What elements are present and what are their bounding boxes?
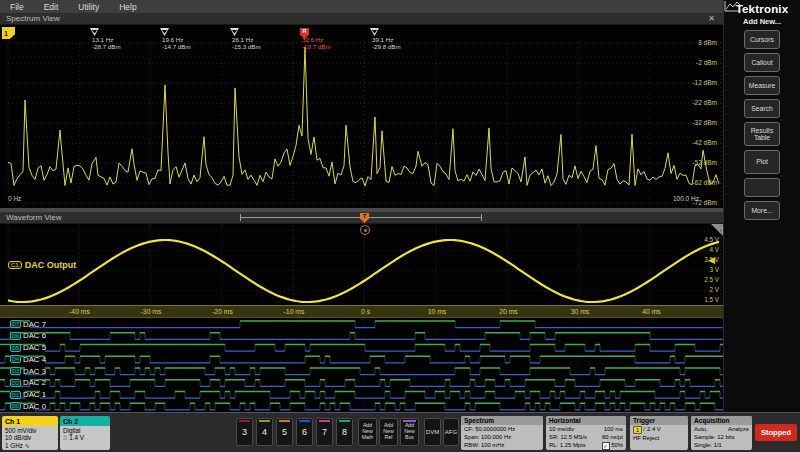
marker-readout: 13.1 Hz-28.7 dBm <box>92 37 121 51</box>
callout-button[interactable]: Callout <box>744 53 780 72</box>
spectrum-y-axis-label: -12 dBm <box>692 79 717 86</box>
ch1-bandwidth: 1 GHz ∿ <box>5 442 55 449</box>
analog-trace-svg <box>0 224 723 305</box>
spectrum-y-axis-label: -52 dBm <box>692 159 717 166</box>
trigger-level: 2.4 V <box>647 425 661 433</box>
trigger-slope-icon: ∕ <box>644 425 645 433</box>
channel1-badge[interactable]: Ch 1 500 mV/div 10 dB/div 1 GHz ∿ <box>2 416 58 450</box>
search-button[interactable]: Search <box>744 99 780 118</box>
digital-channel-handle[interactable]: D7DAC 7 <box>10 319 46 330</box>
analog-waveform-area[interactable]: ◀ C1 DAC Output 4.5 V4 V3.5 V3 V2.5 V2 V… <box>0 224 723 305</box>
spectrum-badge[interactable]: Spectrum CF: 50.0000000 Hz Span: 100.000… <box>461 416 543 450</box>
add-new-ref-button[interactable]: Add New Ref <box>379 418 398 446</box>
channel-8-button[interactable]: 8 <box>336 418 353 446</box>
digital-channel-handle[interactable]: D1DAC 1 <box>10 389 46 400</box>
spectrum-rbw: RBW: 100 mHz <box>464 441 504 449</box>
channel-5-button[interactable]: 5 <box>276 418 293 446</box>
spectrum-view-header[interactable]: Spectrum View ✕ <box>0 13 723 25</box>
channel-4-button[interactable]: 4 <box>256 418 273 446</box>
menu-help[interactable]: Help <box>119 2 136 12</box>
digital-channel-name: DAC 0 <box>23 402 46 411</box>
afg-button[interactable]: AFG <box>443 418 459 446</box>
histogram-plot-icon <box>724 0 742 12</box>
horizontal-badge[interactable]: Horizontal 10 ms/div100 ms SR: 12.5 MS/s… <box>546 416 626 450</box>
time-axis-label: -30 ms <box>141 308 162 315</box>
digital-channel-name: DAC 7 <box>23 320 46 329</box>
spectrum-reference-marker[interactable]: R32.6 Hz-10.7 dBm <box>300 28 309 39</box>
channel2-badge[interactable]: Ch 2 Digital ⎍ 1.4 V <box>60 416 110 450</box>
spectrum-peak-marker[interactable]: 39.1 Hz-29.8 dBm <box>370 28 379 36</box>
digital-channels-area[interactable]: D7DAC 7D6DAC 6D5DAC 5D4DAC 4D3DAC 3D2DAC… <box>0 318 723 412</box>
ch1-vertical-scale: 500 mV/div <box>5 427 55 434</box>
digital-channel-chip: D6 <box>10 332 21 340</box>
add-new-bus-button[interactable]: Add New Bus <box>400 418 419 446</box>
digital-channel-name: DAC 2 <box>23 378 46 387</box>
channel-7-button[interactable]: 7 <box>316 418 333 446</box>
spectrum-plot[interactable]: 1 0 Hz 100.0 Hz 8 dBm-2 dBm-12 dBm-22 dB… <box>0 25 723 208</box>
digital-channel-chip: D5 <box>10 344 21 352</box>
analog-y-axis-label: 3.5 V <box>704 256 719 263</box>
marker-readout: 19.6 Hz-14.7 dBm <box>162 37 191 51</box>
time-axis-ruler[interactable]: -40 ms-30 ms-20 ms-10 ms0 s10 ms20 ms30 … <box>0 305 723 318</box>
waveform-view-header[interactable]: Waveform View T <box>0 212 723 224</box>
analog-y-axis-label: 1.5 V <box>704 296 719 303</box>
acquisition-badge[interactable]: Acquisition Auto,Analyze Sample: 12 bits… <box>691 416 752 450</box>
spectrum-peak-marker[interactable]: 19.6 Hz-14.7 dBm <box>160 28 169 36</box>
close-icon[interactable]: ✕ <box>708 14 715 23</box>
more-button[interactable]: More... <box>744 201 780 220</box>
settings-bar: Ch 1 500 mV/div 10 dB/div 1 GHz ∿ Ch 2 D… <box>0 412 800 452</box>
peak-marker-icon <box>160 28 169 36</box>
add-new-math-button[interactable]: Add New Math <box>358 418 377 446</box>
cursors-button[interactable]: Cursors <box>744 30 780 49</box>
trigger-badge[interactable]: Trigger 1 ∕ 2.4 V HF Reject <box>630 416 688 450</box>
trigger-coupling: HF Reject <box>633 434 659 442</box>
spectrum-y-axis-label: -22 dBm <box>692 99 717 106</box>
spectrum-y-axis-label: -42 dBm <box>692 139 717 146</box>
channel-6-button[interactable]: 6 <box>296 418 313 446</box>
menu-bar: File Edit Utility Help <box>0 0 733 13</box>
digital-channel-handle[interactable]: D2DAC 2 <box>10 377 46 388</box>
run-stop-button[interactable]: Stopped <box>755 424 797 441</box>
time-axis-label: 40 ms <box>642 308 661 315</box>
channel-color-stripe <box>299 420 310 422</box>
trigger-position-flag-icon[interactable]: T <box>360 213 369 223</box>
peak-marker-icon <box>230 28 239 36</box>
marker-readout: 39.1 Hz-29.8 dBm <box>372 37 401 51</box>
trigger-source-chip: 1 <box>633 426 642 434</box>
histogram-plot-button[interactable] <box>744 178 780 197</box>
digital-channel-chip: D7 <box>10 320 21 328</box>
dvm-button[interactable]: DVM <box>424 418 441 446</box>
sidebar-button-grid: CursorsCalloutMeasureSearchResults Table… <box>724 30 800 220</box>
plot-button[interactable]: Plot <box>744 150 780 174</box>
digital-channel-handle[interactable]: D3DAC 3 <box>10 366 46 377</box>
analog-y-axis-label: 4 V <box>710 246 719 253</box>
right-sidebar: Tektronix Add New... CursorsCalloutMeasu… <box>723 0 800 412</box>
channel-3-button[interactable]: 3 <box>236 418 253 446</box>
spectrum-peak-marker[interactable]: 26.1 Hz-15.3 dBm <box>230 28 239 36</box>
spectrum-y-axis-label: -72 dBm <box>692 199 717 206</box>
digital-channel-chip: D0 <box>10 402 21 410</box>
ch2-mode: Digital <box>63 427 107 434</box>
spectrum-peak-marker[interactable]: 13.1 Hz-28.7 dBm <box>90 28 99 36</box>
digital-channel-handle[interactable]: D0DAC 0 <box>10 401 46 412</box>
digital-channel-name: DAC 4 <box>23 355 46 364</box>
menu-utility[interactable]: Utility <box>78 2 99 12</box>
channel-color-stripe <box>339 420 350 422</box>
spectrum-cf: CF: 50.0000000 Hz <box>464 425 515 433</box>
spectrum-y-axis-label: 8 dBm <box>698 39 717 46</box>
digital-channel-handle[interactable]: D5DAC 5 <box>10 342 46 353</box>
marker-readout: 32.6 Hz-10.7 dBm <box>302 37 331 51</box>
measure-button[interactable]: Measure <box>744 76 780 95</box>
menu-edit[interactable]: Edit <box>44 2 59 12</box>
bus-color-stripe <box>403 420 416 422</box>
channel-color-stripe <box>319 420 330 422</box>
channel-color-stripe <box>279 420 290 422</box>
checkbox-icon: ✓ <box>602 442 610 450</box>
digital-channel-handle[interactable]: D4DAC 4 <box>10 354 46 365</box>
menu-file[interactable]: File <box>10 2 24 12</box>
digital-channel-handle[interactable]: D6DAC 6 <box>10 330 46 341</box>
digital-channel-name: DAC 1 <box>23 390 46 399</box>
results-table-button[interactable]: Results Table <box>744 122 780 146</box>
spectrum-y-axis-label: -2 dBm <box>696 59 717 66</box>
add-new-buttons: Add New MathAdd New RefAdd New Bus <box>358 418 419 446</box>
